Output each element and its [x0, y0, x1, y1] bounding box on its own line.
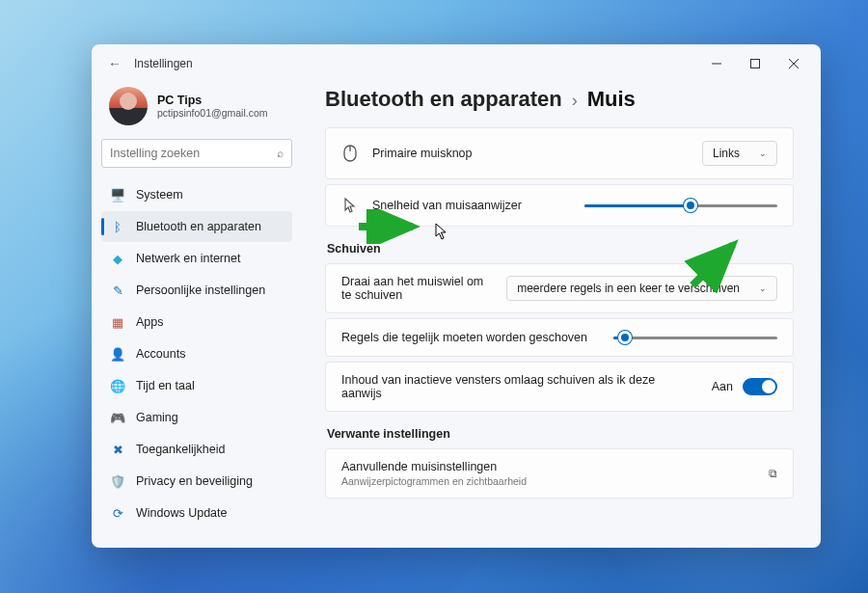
sidebar-item-9[interactable]: 🛡️Privacy en beveiliging — [101, 466, 292, 497]
sidebar-item-2[interactable]: ◆Netwerk en internet — [101, 243, 292, 274]
lines-at-once-row: Regels die tegelijk moeten worden gescho… — [325, 318, 794, 357]
sidebar-item-label: Systeem — [136, 188, 183, 202]
primary-button-label: Primaire muisknop — [372, 147, 689, 160]
sidebar-item-0[interactable]: 🖥️Systeem — [101, 179, 292, 210]
nav-icon: 🌐 — [110, 378, 125, 393]
nav-icon: 🛡️ — [110, 473, 125, 489]
primary-mouse-button-row: Primaire muisknop Links ⌄ — [325, 127, 794, 179]
nav-icon: 👤 — [110, 346, 125, 362]
nav-icon: ✎ — [110, 283, 125, 298]
search-icon: ⌕ — [277, 147, 284, 160]
inactive-scroll-toggle[interactable] — [743, 378, 777, 395]
settings-window: ← Instellingen PC Tips pctipsinfo01@gmai… — [92, 44, 821, 548]
scroll-mode-row: Draai aan het muiswiel om te schuiven me… — [325, 263, 794, 313]
nav-icon: 🎮 — [110, 410, 125, 425]
lines-at-once-slider[interactable] — [613, 330, 777, 345]
sidebar-item-label: Tijd en taal — [136, 379, 195, 392]
titlebar: ← Instellingen — [92, 44, 821, 83]
breadcrumb: Bluetooth en apparaten › Muis — [325, 87, 794, 112]
search-box[interactable]: ⌕ — [101, 139, 292, 168]
nav-icon: ᛒ — [110, 219, 125, 234]
lines-at-once-label: Regels die tegelijk moeten worden gescho… — [341, 331, 600, 344]
sidebar-item-6[interactable]: 🌐Tijd en taal — [101, 370, 292, 401]
content: Bluetooth en apparaten › Muis Primaire m… — [302, 83, 821, 548]
sidebar-item-label: Windows Update — [136, 506, 228, 520]
sidebar-item-label: Netwerk en internet — [136, 252, 240, 265]
additional-settings-row[interactable]: Aanvullende muisinstellingen Aanwijzerpi… — [325, 448, 794, 499]
sidebar-item-1[interactable]: ᛒBluetooth en apparaten — [101, 211, 292, 242]
sidebar: PC Tips pctipsinfo01@gmail.com ⌕ 🖥️Syste… — [92, 83, 302, 548]
sidebar-item-8[interactable]: ✖Toegankelijkheid — [101, 434, 292, 465]
sidebar-item-label: Bluetooth en apparaten — [136, 220, 261, 233]
pointer-speed-row: Snelheid van muisaanwijzer — [325, 184, 794, 227]
sidebar-item-4[interactable]: ▦Apps — [101, 307, 292, 337]
avatar — [109, 87, 148, 125]
back-button[interactable]: ← — [105, 56, 124, 71]
sidebar-item-label: Gaming — [136, 411, 178, 424]
nav-icon: ✖ — [110, 442, 125, 457]
sidebar-item-7[interactable]: 🎮Gaming — [101, 402, 292, 433]
window-title: Instellingen — [134, 57, 193, 70]
search-input[interactable] — [110, 147, 277, 160]
sidebar-item-5[interactable]: 👤Accounts — [101, 338, 292, 369]
related-section-title: Verwante instellingen — [327, 427, 794, 441]
chevron-down-icon: ⌄ — [759, 283, 767, 293]
close-button[interactable] — [774, 49, 813, 78]
sidebar-item-3[interactable]: ✎Persoonlijke instellingen — [101, 275, 292, 306]
additional-sub: Aanwijzerpictogrammen en zichtbaarheid — [341, 475, 755, 487]
svg-rect-1 — [751, 60, 760, 68]
maximize-button[interactable] — [736, 49, 774, 78]
profile-email: pctipsinfo01@gmail.com — [157, 107, 268, 119]
nav-icon: ◆ — [110, 251, 125, 266]
sidebar-item-label: Accounts — [136, 347, 185, 361]
chevron-down-icon: ⌄ — [759, 148, 767, 158]
pointer-speed-slider[interactable] — [584, 198, 777, 213]
pointer-speed-label: Snelheid van muisaanwijzer — [372, 199, 571, 212]
sidebar-item-label: Privacy en beveiliging — [136, 474, 253, 488]
sidebar-item-label: Apps — [136, 315, 164, 329]
cursor-icon — [341, 198, 359, 213]
nav: 🖥️SysteemᛒBluetooth en apparaten◆Netwerk… — [101, 179, 292, 528]
sidebar-item-10[interactable]: ⟳Windows Update — [101, 498, 292, 528]
scroll-section-title: Schuiven — [327, 242, 794, 256]
toggle-state: Aan — [712, 380, 733, 393]
inactive-scroll-row: Inhoud van inactieve vensters omlaag sch… — [325, 362, 794, 412]
primary-button-dropdown[interactable]: Links ⌄ — [702, 141, 777, 166]
minimize-button[interactable] — [697, 49, 736, 78]
nav-icon: ⟳ — [110, 505, 125, 521]
profile[interactable]: PC Tips pctipsinfo01@gmail.com — [101, 83, 292, 139]
additional-label: Aanvullende muisinstellingen — [341, 460, 755, 473]
sidebar-item-label: Toegankelijkheid — [136, 443, 225, 456]
mouse-icon — [341, 145, 359, 162]
inactive-scroll-label: Inhoud van inactieve vensters omlaag sch… — [341, 373, 698, 400]
scroll-mode-dropdown[interactable]: meerdere regels in een keer te verschuiv… — [506, 276, 777, 301]
breadcrumb-parent[interactable]: Bluetooth en apparaten — [325, 87, 562, 112]
open-external-icon: ⧉ — [769, 467, 777, 480]
breadcrumb-current: Muis — [587, 87, 636, 112]
profile-name: PC Tips — [157, 94, 268, 107]
sidebar-item-label: Persoonlijke instellingen — [136, 283, 265, 297]
scroll-mode-label: Draai aan het muiswiel om te schuiven — [341, 275, 493, 302]
chevron-right-icon: › — [572, 91, 578, 111]
nav-icon: ▦ — [110, 314, 125, 330]
nav-icon: 🖥️ — [110, 187, 125, 202]
